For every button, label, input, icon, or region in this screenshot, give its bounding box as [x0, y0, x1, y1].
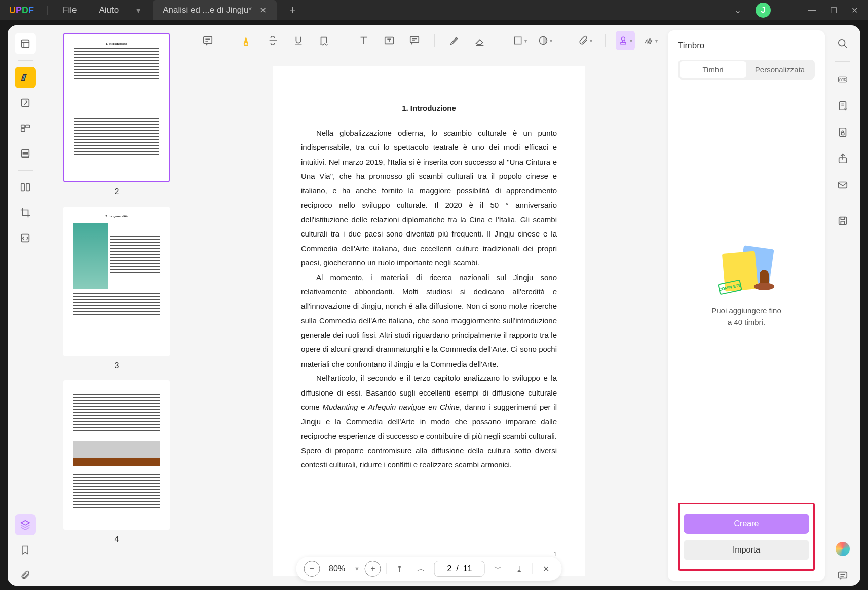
eraser-tool-icon[interactable]: [470, 31, 489, 50]
separator: [565, 34, 565, 47]
tab-title: Analisi ed ...e di Jingju*: [163, 5, 252, 15]
organize-mode-icon[interactable]: [15, 117, 36, 139]
close-tab-icon[interactable]: ✕: [259, 5, 267, 16]
svg-rect-24: [839, 217, 847, 225]
thumb-title: 2. La generalità: [73, 214, 160, 219]
crop-icon[interactable]: [15, 202, 36, 223]
paragraph: Nella globalizzazione odierna, lo scambi…: [301, 126, 557, 270]
chevron-down-icon[interactable]: ⌄: [734, 5, 741, 16]
attach-tool-icon[interactable]: ▾: [576, 31, 595, 50]
close-pager-button[interactable]: ✕: [538, 561, 554, 577]
zoom-dropdown-icon[interactable]: ▼: [354, 566, 360, 572]
zoom-level[interactable]: 80%: [325, 564, 349, 573]
svg-rect-7: [21, 184, 24, 191]
redact-mode-icon[interactable]: [15, 143, 36, 164]
separator: [18, 60, 33, 61]
tab-stamps[interactable]: Timbri: [680, 61, 746, 78]
import-button[interactable]: Importa: [684, 540, 809, 560]
highlighted-actions: Creare Importa: [678, 503, 815, 571]
tab-custom[interactable]: Personalizzata: [746, 61, 813, 78]
separator: [835, 61, 850, 62]
underline-tool-icon[interactable]: [289, 31, 308, 50]
save-icon[interactable]: [832, 210, 853, 231]
svg-point-16: [839, 40, 845, 46]
create-button[interactable]: Creare: [684, 514, 809, 534]
separator: [835, 203, 850, 203]
svg-rect-1: [22, 99, 29, 107]
new-tab-button[interactable]: +: [289, 4, 296, 17]
separator: [18, 170, 33, 171]
strikethrough-tool-icon[interactable]: [263, 31, 283, 50]
stamp-mark: COMPLETE: [718, 279, 742, 295]
compare-icon[interactable]: [15, 177, 36, 198]
thumb-number: 2: [58, 187, 175, 196]
last-page-button[interactable]: ⤓: [511, 561, 527, 577]
squiggly-tool-icon[interactable]: [314, 31, 333, 50]
svg-rect-3: [26, 125, 29, 128]
user-avatar[interactable]: J: [756, 3, 771, 18]
protect-icon[interactable]: [832, 122, 853, 143]
measure-tool-icon[interactable]: ▾: [536, 31, 555, 50]
edit-mode-icon[interactable]: [15, 92, 36, 113]
svg-rect-6: [23, 152, 27, 154]
comment-tool-icon[interactable]: [198, 31, 217, 50]
document-tab[interactable]: Analisi ed ...e di Jingju* ✕: [153, 0, 277, 20]
stamp-illustration: COMPLETE: [716, 245, 777, 295]
separator: [605, 34, 606, 47]
zoom-out-button[interactable]: −: [304, 561, 320, 577]
svg-rect-0: [22, 40, 29, 48]
svg-rect-2: [21, 125, 25, 128]
document-canvas[interactable]: 1. Introduzione Nella globalizzazione od…: [190, 56, 668, 586]
stamp-tool-icon[interactable]: ▾: [616, 31, 635, 50]
svg-rect-23: [839, 182, 847, 188]
reader-mode-icon[interactable]: [15, 33, 36, 54]
share-icon[interactable]: [832, 148, 853, 169]
textbox-tool-icon[interactable]: [380, 31, 399, 50]
thumbnail-page-3[interactable]: 2. La generalità 3: [58, 207, 175, 370]
zoom-in-button[interactable]: +: [365, 561, 381, 577]
page-controls: − 80% ▼ + ⤒ ︿ 2 / 11 ﹀ ⤓ ✕: [296, 557, 562, 581]
svg-rect-4: [21, 129, 25, 131]
minimize-button[interactable]: ―: [808, 6, 816, 15]
menu-help[interactable]: Aiuto: [88, 5, 130, 15]
next-page-button[interactable]: ﹀: [490, 561, 506, 577]
callout-tool-icon[interactable]: [405, 31, 424, 50]
separator: [500, 34, 500, 47]
email-icon[interactable]: [832, 174, 853, 195]
attachment-icon[interactable]: [15, 565, 36, 586]
separator: [533, 563, 533, 574]
svg-point-15: [621, 37, 625, 41]
search-icon[interactable]: [832, 33, 853, 54]
thumbnail-page-2[interactable]: 1. Introduzione 2: [58, 33, 175, 196]
chat-icon[interactable]: [832, 565, 853, 586]
page-heading: 1. Introduzione: [301, 101, 557, 116]
signature-tool-icon[interactable]: ▾: [641, 31, 660, 50]
comment-mode-icon[interactable]: [15, 67, 36, 88]
form-icon[interactable]: [832, 95, 853, 116]
thumb-title: 1. Introduzione: [74, 42, 159, 46]
tab-dropdown-icon[interactable]: ▾: [130, 5, 147, 16]
ocr-icon[interactable]: OCR: [832, 69, 853, 90]
page-input[interactable]: 2 / 11: [434, 561, 485, 577]
thumbnail-page-4[interactable]: 4: [58, 380, 175, 544]
prev-page-button[interactable]: ︿: [413, 561, 429, 577]
first-page-button[interactable]: ⤒: [392, 561, 408, 577]
bookmark-icon[interactable]: [15, 539, 36, 561]
separator: [228, 34, 228, 47]
menu-file[interactable]: File: [52, 5, 88, 15]
paragraph: Al momento, i materiali di ricerca nazio…: [301, 270, 557, 372]
separator: [434, 34, 435, 47]
svg-rect-25: [839, 572, 847, 578]
separator: [789, 6, 789, 15]
maximize-button[interactable]: ☐: [830, 6, 837, 15]
layers-icon[interactable]: [15, 514, 36, 535]
ai-assistant-icon[interactable]: [832, 538, 853, 560]
pencil-tool-icon[interactable]: [445, 31, 464, 50]
text-tool-icon[interactable]: [354, 31, 373, 50]
document-page: 1. Introduzione Nella globalizzazione od…: [273, 66, 585, 576]
highlight-tool-icon[interactable]: [238, 31, 257, 50]
close-button[interactable]: ✕: [851, 6, 858, 15]
convert-icon[interactable]: [15, 227, 36, 249]
shape-tool-icon[interactable]: ▾: [510, 31, 530, 50]
panel-title: Timbro: [678, 41, 815, 51]
